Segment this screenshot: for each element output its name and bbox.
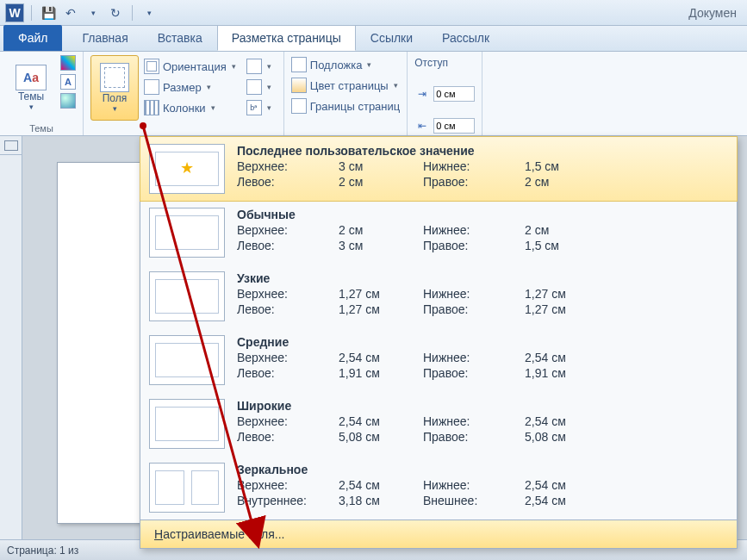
hyphenation-button[interactable]: bᵃ▾ — [246, 98, 271, 117]
theme-colors-icon[interactable] — [60, 55, 76, 71]
group-paragraph: Отступ ⇥ ⇤ — [408, 52, 482, 135]
margins-preset-icon — [149, 271, 225, 321]
orientation-icon — [144, 59, 159, 74]
watermark-button[interactable]: Подложка▾ — [291, 55, 372, 74]
themes-label: Темы — [18, 90, 44, 103]
tab-file[interactable]: Файл — [3, 25, 62, 51]
indent-right-row: ⇤ — [414, 118, 475, 134]
watermark-icon — [291, 57, 307, 72]
margins-preset-title: Последнее пользовательское значение — [237, 144, 728, 158]
line-numbers-icon — [246, 79, 262, 95]
page-size-icon — [144, 79, 159, 95]
margins-preset-title: Обычные — [237, 208, 728, 221]
margins-preset-item[interactable]: Последнее пользовательское значениеВерхн… — [140, 136, 738, 202]
margins-preset-values: Верхнее:2,54 смНижнее:2,54 смЛевое:1,91 … — [237, 351, 728, 380]
qat-separator — [132, 5, 133, 21]
qat-separator — [31, 5, 32, 21]
theme-fonts-icon[interactable]: A — [60, 74, 76, 90]
page-borders-label: Границы страниц — [310, 100, 400, 113]
margins-preset-icon — [149, 399, 225, 449]
ribbon: Aa Темы ▾ A Темы Поля ▾ Ориентация▾ — [0, 52, 747, 136]
margins-preset-item[interactable]: СредниеВерхнее:2,54 смНижнее:2,54 смЛево… — [140, 328, 737, 392]
margins-preset-values: Верхнее:2,54 смНижнее:2,54 смЛевое:5,08 … — [237, 414, 728, 444]
margins-preset-values: Верхнее:3 смНижнее:1,5 смЛевое:2 смПраво… — [237, 159, 728, 189]
size-label: Размер — [163, 81, 202, 94]
orientation-button[interactable]: Ориентация▾ — [144, 57, 236, 76]
tab-selector-icon — [4, 140, 18, 151]
columns-label: Колонки — [163, 102, 206, 115]
margins-preset-text: ЗеркальноеВерхнее:2,54 смНижнее:2,54 смВ… — [237, 463, 728, 513]
margins-preset-text: ОбычныеВерхнее:2 смНижнее:2 смЛевое:3 см… — [237, 208, 728, 258]
margins-button[interactable]: Поля ▾ — [90, 55, 139, 121]
group-page-setup: Поля ▾ Ориентация▾ Размер▾ Колонки▾ ▾ ▾ … — [84, 52, 284, 135]
margins-preset-icon — [149, 144, 225, 194]
undo-icon[interactable]: ↶ — [61, 3, 80, 22]
tab-insert[interactable]: Вставка — [143, 25, 217, 51]
margins-preset-text: ШирокиеВерхнее:2,54 смНижнее:2,54 смЛево… — [237, 399, 728, 449]
columns-icon — [144, 100, 159, 115]
margins-preset-item[interactable]: ЗеркальноеВерхнее:2,54 смНижнее:2,54 смВ… — [140, 456, 737, 520]
margins-preset-title: Средние — [237, 335, 728, 349]
indent-left-icon: ⇥ — [414, 87, 430, 101]
page-borders-icon — [291, 98, 307, 114]
page-color-button[interactable]: Цвет страницы▾ — [291, 76, 398, 95]
margins-preset-icon — [149, 335, 225, 385]
margins-preset-title: Узкие — [237, 271, 728, 285]
margins-preset-icon — [149, 463, 225, 513]
ribbon-tabs: Файл Главная Вставка Разметка страницы С… — [0, 26, 747, 52]
orientation-label: Ориентация — [163, 60, 227, 73]
tab-mailings[interactable]: Рассылк — [427, 25, 504, 51]
tab-references[interactable]: Ссылки — [356, 25, 427, 51]
group-label-themes: Темы — [7, 121, 76, 134]
margins-preset-values: Верхнее:1,27 смНижнее:1,27 смЛевое:1,27 … — [237, 287, 728, 316]
margins-icon — [100, 63, 129, 92]
margins-preset-values: Верхнее:2 смНижнее:2 смЛевое:3 смПравое:… — [237, 223, 728, 252]
ruler-corner[interactable] — [0, 136, 22, 155]
document-title: Докумен — [688, 6, 742, 20]
columns-button[interactable]: Колонки▾ — [144, 98, 236, 117]
group-themes: Aa Темы ▾ A Темы — [0, 52, 84, 135]
watermark-label: Подложка — [310, 59, 363, 72]
titlebar: W 💾 ↶ ▾ ↻ ▾ Докумен — [0, 0, 747, 26]
size-button[interactable]: Размер▾ — [144, 78, 236, 96]
indent-right-input[interactable] — [433, 118, 475, 134]
hyphenation-icon: bᵃ — [246, 100, 262, 115]
margins-dropdown: Последнее пользовательское значениеВерхн… — [140, 136, 738, 549]
tab-page-layout[interactable]: Разметка страницы — [217, 25, 356, 51]
page-color-icon — [291, 78, 307, 93]
margins-preset-icon — [149, 208, 225, 258]
page-status: Страница: 1 из — [7, 544, 78, 557]
page-color-label: Цвет страницы — [310, 79, 389, 92]
margins-preset-item[interactable]: ОбычныеВерхнее:2 смНижнее:2 смЛевое:3 см… — [140, 201, 737, 264]
undo-caret-icon[interactable]: ▾ — [84, 3, 103, 22]
margins-label: Поля — [103, 92, 128, 104]
margins-preset-text: Последнее пользовательское значениеВерхн… — [237, 144, 728, 194]
vertical-ruler — [0, 155, 22, 539]
custom-margins-item[interactable]: Настраиваемые поля... — [140, 520, 737, 548]
indent-left-input[interactable] — [433, 86, 475, 102]
margins-preset-title: Зеркальное — [237, 463, 728, 476]
indent-right-icon: ⇤ — [414, 119, 430, 133]
redo-icon[interactable]: ↻ — [106, 3, 125, 22]
margins-preset-item[interactable]: ШирокиеВерхнее:2,54 смНижнее:2,54 смЛево… — [140, 392, 737, 456]
group-page-background: Подложка▾ Цвет страницы▾ Границы страниц — [284, 52, 408, 135]
breaks-button[interactable]: ▾ — [246, 57, 271, 76]
save-icon[interactable]: 💾 — [39, 3, 58, 22]
margins-preset-values: Верхнее:2,54 смНижнее:2,54 смВнутреннее:… — [237, 478, 728, 507]
indent-heading: Отступ — [414, 55, 475, 72]
theme-effects-icon[interactable] — [60, 93, 76, 109]
app-icon: W — [5, 3, 24, 22]
margins-preset-item[interactable]: УзкиеВерхнее:1,27 смНижнее:1,27 смЛевое:… — [140, 264, 737, 328]
breaks-icon — [246, 59, 262, 74]
line-numbers-button[interactable]: ▾ — [246, 78, 271, 96]
margins-preset-text: СредниеВерхнее:2,54 смНижнее:2,54 смЛево… — [237, 335, 728, 385]
margins-preset-title: Широкие — [237, 399, 728, 413]
themes-button[interactable]: Aa Темы ▾ — [7, 55, 55, 121]
custom-margins-label: Настраиваемые поля... — [154, 527, 284, 541]
margins-preset-text: УзкиеВерхнее:1,27 смНижнее:1,27 смЛевое:… — [237, 271, 728, 321]
page-borders-button[interactable]: Границы страниц — [291, 96, 400, 115]
qat-customize-icon[interactable]: ▾ — [140, 3, 159, 22]
group-label-background — [291, 132, 400, 134]
indent-left-row: ⇥ — [414, 86, 475, 102]
tab-home[interactable]: Главная — [67, 25, 142, 51]
